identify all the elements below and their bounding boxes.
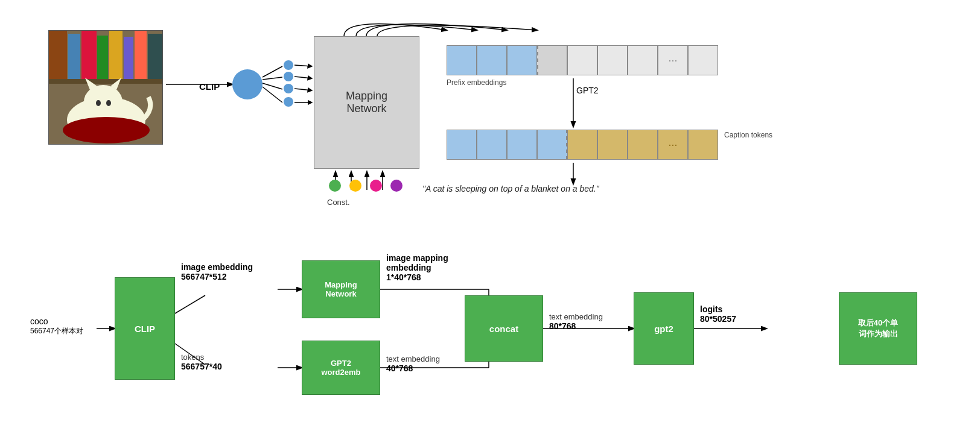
caption-cell-b1	[447, 130, 477, 160]
caption-cell-g1	[567, 130, 597, 160]
cat-image	[48, 30, 163, 145]
gpt2-word2emb-label: GPT2 word2emb	[321, 359, 360, 377]
const-circles	[329, 180, 402, 192]
mapping-network-label-bottom: Mapping Network	[325, 280, 357, 298]
logits-label: logits	[700, 304, 736, 314]
prefix-cell-2	[477, 45, 507, 75]
small-circle-4	[284, 97, 293, 107]
svg-rect-22	[135, 31, 147, 79]
const-circle-green	[329, 180, 341, 192]
prefix-embeddings-row: ···	[447, 45, 718, 75]
caption-tokens-label: Caption tokens	[724, 131, 772, 139]
img-map-label2: embedding	[386, 263, 448, 272]
caption-cell-b4	[537, 130, 567, 160]
caption-cell-dots: ···	[658, 130, 688, 160]
prefix-cell-3	[507, 45, 537, 75]
clip-box-bottom: CLIP	[115, 277, 175, 380]
coco-name: coco	[30, 316, 83, 326]
coco-samples: 566747个样本对	[30, 326, 83, 336]
gpt2-box: gpt2	[634, 292, 694, 365]
prefix-cell-1	[447, 45, 477, 75]
prefix-cell-dots: ···	[658, 45, 688, 75]
prefix-cell-6	[597, 45, 628, 75]
coco-label: coco 566747个样本对	[30, 316, 83, 336]
caption-cell-b3	[507, 130, 537, 160]
text-emb-size: 40*768	[386, 363, 440, 373]
output-label: 取后40个单 词作为输出	[858, 318, 898, 339]
prefix-cell-4	[537, 45, 567, 75]
svg-rect-17	[68, 34, 80, 79]
cat-svg	[49, 31, 163, 145]
svg-line-7	[294, 89, 312, 90]
svg-point-26	[84, 85, 122, 119]
svg-line-4	[262, 87, 282, 102]
svg-line-6	[294, 77, 312, 78]
img-emb-label-group: image embedding 566747*512	[181, 262, 253, 281]
const-label: Const.	[327, 198, 350, 207]
img-emb-label: image embedding	[181, 262, 253, 272]
concat-box: concat	[465, 295, 543, 362]
concat-label: concat	[489, 324, 518, 334]
tokens-label: tokens	[181, 353, 222, 362]
small-circle-2	[284, 72, 293, 81]
svg-rect-21	[124, 37, 133, 79]
svg-rect-19	[97, 36, 108, 79]
caption-cell-b2	[477, 130, 507, 160]
tokens-size: 566757*40	[181, 362, 222, 371]
caption-text: "A cat is sleeping on top of a blanket o…	[422, 184, 599, 193]
mapping-network-box-top: Mapping Network	[314, 36, 419, 169]
text-emb2-label: text embedding	[549, 312, 603, 321]
clip-label-top: CLIP	[199, 81, 220, 92]
bottom-section: coco 566747个样本对 CLIP image embedding 566…	[18, 235, 959, 422]
svg-rect-20	[109, 31, 122, 79]
const-circle-pink	[370, 180, 382, 192]
mapping-network-box-bottom: Mapping Network	[302, 260, 380, 318]
logits-size: 80*50257	[700, 314, 736, 324]
prefix-cell-8	[688, 45, 718, 75]
tokens-label-group: tokens 566757*40	[181, 353, 222, 371]
gpt2-label-top: GPT2	[576, 86, 599, 95]
const-circle-orange	[349, 180, 361, 192]
prefix-cell-5	[567, 45, 597, 75]
img-map-emb-group: image mapping embedding 1*40*768	[386, 253, 448, 282]
text-emb-label-group: text embedding 40*768	[386, 354, 440, 373]
logits-label-group: logits 80*50257	[700, 304, 736, 324]
caption-tokens-row: ···	[447, 130, 718, 160]
text-emb2-label-group: text embedding 80*768	[549, 312, 603, 331]
svg-point-31	[63, 117, 150, 143]
small-circle-1	[284, 60, 293, 70]
svg-rect-16	[49, 31, 67, 79]
svg-rect-23	[148, 34, 163, 79]
text-emb2-size: 80*768	[549, 321, 603, 331]
caption-cell-g4	[688, 130, 718, 160]
small-circle-3	[284, 84, 293, 93]
svg-rect-18	[81, 31, 97, 79]
prefix-cell-7	[628, 45, 658, 75]
svg-rect-24	[49, 79, 163, 84]
clip-circle-top	[232, 69, 262, 99]
gpt2-word2emb-box: GPT2 word2emb	[302, 341, 380, 395]
img-emb-size: 566747*512	[181, 272, 253, 281]
const-circle-purple	[390, 180, 402, 192]
svg-point-29	[96, 100, 101, 106]
img-map-size: 1*40*768	[386, 272, 448, 282]
svg-point-30	[106, 100, 111, 106]
prefix-label: Prefix embeddings	[447, 78, 506, 87]
caption-cell-g2	[597, 130, 628, 160]
main-diagram: CLIP Mapping Network Const.	[0, 0, 980, 437]
caption-cell-g3	[628, 130, 658, 160]
gpt2-box-label: gpt2	[654, 324, 673, 334]
mapping-network-label-top: Mapping Network	[346, 90, 387, 115]
svg-line-1	[262, 66, 282, 77]
svg-line-2	[262, 77, 282, 80]
svg-line-3	[262, 83, 282, 89]
clip-box-label: CLIP	[135, 324, 155, 334]
output-box: 取后40个单 词作为输出	[839, 292, 917, 365]
svg-line-33	[175, 295, 205, 313]
text-emb-label: text embedding	[386, 354, 440, 363]
top-section: CLIP Mapping Network Const.	[48, 12, 923, 217]
svg-line-5	[294, 65, 312, 66]
img-map-label: image mapping	[386, 253, 448, 263]
